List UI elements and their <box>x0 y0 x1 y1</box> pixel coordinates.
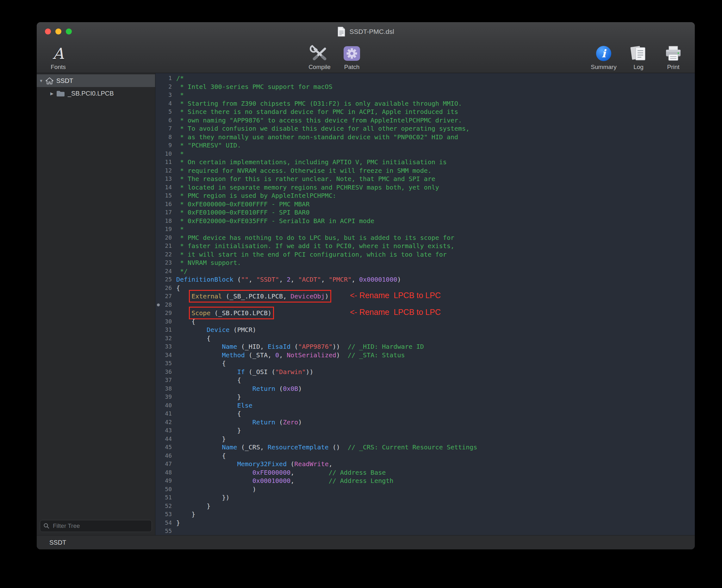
code-line: 15 * PMC region is used by AppleIntelPCH… <box>155 191 695 200</box>
line-number: 45 <box>155 443 176 451</box>
chevron-down-icon[interactable]: ▼ <box>37 79 46 83</box>
code-line: 8 * as they normally use another non-sta… <box>155 133 695 142</box>
filter-tree-input[interactable] <box>52 522 148 530</box>
code-line: 24 */ <box>155 267 695 276</box>
line-number: 46 <box>155 451 176 460</box>
line-number: 13 <box>155 175 176 183</box>
line-number: 37 <box>155 376 176 384</box>
line-number: 26 <box>155 284 176 292</box>
line-number: 8 <box>155 133 176 142</box>
line-number: 44 <box>155 435 176 443</box>
code-line: 37 { <box>155 376 695 384</box>
code-line: 39 } <box>155 393 695 401</box>
line-number: 47 <box>155 460 176 468</box>
code-line: 14 * located in separate memory regions … <box>155 183 695 192</box>
navigator-path-item[interactable]: SSDT <box>49 539 66 546</box>
document-icon <box>337 26 345 37</box>
code-line: 47 Memory32Fixed (ReadWrite, <box>155 460 695 468</box>
code-line: 21 * faster initialisation. If we add it… <box>155 242 695 250</box>
tree-item-ssdt[interactable]: ▼ SSDT <box>37 75 155 87</box>
code-line: 13 * The reason for this is rather uncle… <box>155 175 695 183</box>
summary-label: Summary <box>591 63 616 71</box>
line-number: 40 <box>155 401 176 410</box>
code-line: 6 * own naming "APP9876" to access this … <box>155 116 695 125</box>
annotation-red-box: External (_SB_.PCI0.LPCB, DeviceObj) <box>191 292 329 300</box>
window-title-group: SSDT-PMC.dsl <box>337 26 394 37</box>
line-number: 15 <box>155 191 176 200</box>
line-number: 36 <box>155 368 176 376</box>
fonts-label: Fonts <box>50 63 66 71</box>
close-button[interactable] <box>45 28 51 35</box>
print-button[interactable]: Print <box>660 42 686 71</box>
code-line: 17 * 0xFE010000~0xFE010FFF - SPI BAR0 <box>155 208 695 217</box>
code-editor[interactable]: 1/*2 * Intel 300-series PMC support for … <box>155 73 695 535</box>
toolbar-right-group: i Summary <box>590 42 686 71</box>
tree-item-label: SSDT <box>56 77 73 84</box>
line-number: 41 <box>155 410 176 418</box>
line-number: 11 <box>155 158 176 166</box>
line-number: 51 <box>155 493 176 502</box>
code-line: 52 } <box>155 502 695 510</box>
code-line: 54} <box>155 519 695 527</box>
printer-icon <box>664 44 682 63</box>
code-line: 49 0x00010000, // Address Length <box>155 477 695 485</box>
code-line: 11 * On certain implementations, includi… <box>155 158 695 166</box>
code-line: 48 0xFE000000, // Address Base <box>155 468 695 477</box>
content-area: ▼ SSDT ▶ <box>37 73 695 535</box>
line-number: 2 <box>155 83 176 91</box>
code-line: 33 Name (_HID, EisaId ("APP9876")) // _H… <box>155 342 695 351</box>
line-number: 33 <box>155 342 176 351</box>
filter-tree-field[interactable] <box>40 520 152 532</box>
code-line: 44 } <box>155 435 695 443</box>
fonts-button[interactable]: A Fonts <box>45 42 71 71</box>
patch-button[interactable]: Patch <box>339 42 365 71</box>
home-icon <box>46 77 54 84</box>
line-number: 34 <box>155 351 176 359</box>
line-number: 27 <box>155 292 176 301</box>
code-area: 1/*2 * Intel 300-series PMC support for … <box>155 74 695 535</box>
patch-label: Patch <box>344 63 360 71</box>
line-number: 43 <box>155 426 176 435</box>
code-line: 7 * To avoid confusion we disable this d… <box>155 124 695 133</box>
annotation-note: <- Rename LPCB to LPC <box>350 308 441 316</box>
log-label: Log <box>633 63 643 71</box>
line-number: 24 <box>155 267 176 276</box>
code-line: 30 { <box>155 317 695 326</box>
titlebar[interactable]: SSDT-PMC.dsl <box>37 22 695 41</box>
minimize-button[interactable] <box>55 28 61 35</box>
chevron-right-icon[interactable]: ▶ <box>47 91 56 96</box>
tree-item-sb-pci0-lpcb[interactable]: ▶ _SB.PCI0.LPCB <box>37 87 155 100</box>
line-number: 31 <box>155 326 176 334</box>
code-line: 23 * NVRAM support. <box>155 258 695 267</box>
line-number: 23 <box>155 258 176 267</box>
compile-button[interactable]: Compile <box>306 42 333 71</box>
folder-icon <box>56 90 65 97</box>
code-line: 55 <box>155 527 695 535</box>
line-number: 20 <box>155 234 176 242</box>
zoom-button[interactable] <box>66 28 72 35</box>
line-number: 39 <box>155 393 176 401</box>
code-line: 5 * Since there is no standard device fo… <box>155 108 695 116</box>
line-number: 3 <box>155 91 176 99</box>
code-line: 1/* <box>155 74 695 83</box>
toolbar-center-group: Compile <box>306 42 365 71</box>
code-line: 19 * <box>155 225 695 234</box>
line-number: 42 <box>155 418 176 426</box>
maciasl-window: SSDT-PMC.dsl A Fonts <box>37 22 695 549</box>
line-number: 52 <box>155 502 176 510</box>
line-number: 22 <box>155 250 176 259</box>
log-button[interactable]: Log <box>625 42 652 71</box>
tree-item-label: _SB.PCI0.LPCB <box>68 90 114 97</box>
line-number: 5 <box>155 108 176 116</box>
sidebar: ▼ SSDT ▶ <box>37 73 155 535</box>
line-number: 35 <box>155 359 176 368</box>
acpi-tree: ▼ SSDT ▶ <box>37 73 155 518</box>
code-line: 53 } <box>155 510 695 519</box>
summary-button[interactable]: i Summary <box>590 42 617 71</box>
line-number: 6 <box>155 116 176 125</box>
status-bar: SSDT <box>37 535 695 549</box>
line-number: 12 <box>155 166 176 175</box>
line-number: 19 <box>155 225 176 234</box>
line-number: 29 <box>155 309 176 317</box>
code-line: 29 Scope (_SB.PCI0.LPCB)<- Rename LPCB t… <box>155 309 695 317</box>
